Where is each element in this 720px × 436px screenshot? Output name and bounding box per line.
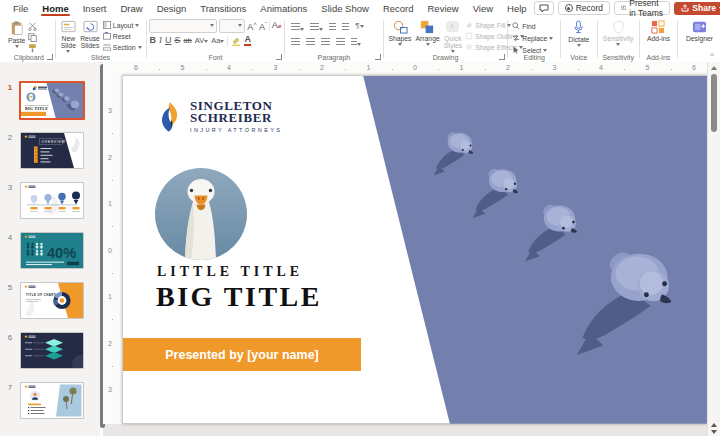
quick-styles-button[interactable]: A Quick Styles — [442, 19, 465, 54]
thumbnail-row-1[interactable]: 1 LITTLE TITLE BIG TITLE — [0, 82, 100, 119]
replace-button[interactable]: Replace — [511, 33, 554, 43]
share-button[interactable]: Share — [674, 2, 720, 15]
slide-area-scrollbar[interactable] — [707, 62, 720, 436]
slide-thumbnail-7[interactable] — [20, 382, 84, 419]
scrollbar-thumb[interactable] — [711, 74, 717, 132]
shapes-icon — [393, 20, 408, 34]
slide-thumbnail-2[interactable]: OVERVIEW — [20, 132, 84, 169]
thumbnail-row-4[interactable]: 4 40% — [0, 232, 100, 269]
slide-canvas[interactable]: SINGLETON SCHREIBER INJURY ATTORNEYS — [122, 75, 708, 424]
align-center-button[interactable] — [306, 32, 315, 50]
arrange-button[interactable]: Arrange — [414, 19, 442, 47]
font-name-select[interactable] — [149, 19, 216, 33]
reuse-slides-button[interactable]: Reuse Slides — [78, 19, 102, 50]
font-size-select[interactable] — [219, 19, 245, 33]
tab-insert[interactable]: Insert — [76, 0, 114, 16]
thumbnail-number: 4 — [0, 232, 20, 242]
ribbon-tab-bar: FileHomeInsertDrawDesignTransitionsAnima… — [0, 0, 720, 16]
grow-font-button[interactable]: A˄ — [247, 18, 257, 34]
new-slide-button[interactable]: New Slide — [59, 19, 79, 54]
editing-group-label: Editing — [509, 54, 559, 61]
drawing-group: Shapes Arrange A Quick Styles Shape Fill… — [384, 16, 506, 62]
svg-text:A: A — [450, 23, 455, 30]
shape-outline-icon — [465, 32, 473, 40]
find-button[interactable]: Find — [511, 21, 554, 31]
next-slide-button[interactable] — [711, 430, 717, 434]
thumbnail-row-2[interactable]: 2 OVERVIEW — [0, 132, 100, 169]
drawing-group-label: Drawing — [384, 54, 506, 61]
company-logo[interactable]: SINGLETON SCHREIBER INJURY ATTORNEYS — [157, 100, 282, 133]
slide-thumbnail-4[interactable]: 40% — [20, 232, 84, 269]
tab-slide-show[interactable]: Slide Show — [314, 0, 376, 16]
font-color-button[interactable]: A — [244, 35, 251, 46]
clipboard-dialog-launcher[interactable] — [47, 54, 53, 60]
font-dialog-launcher[interactable] — [276, 54, 282, 60]
highlight-color-button[interactable] — [231, 32, 241, 50]
change-case-button[interactable]: Aa — [211, 34, 224, 47]
comments-button[interactable] — [534, 1, 554, 15]
justify-button[interactable] — [336, 32, 345, 50]
shrink-font-button[interactable]: Aˇ — [259, 18, 267, 34]
text-direction-button[interactable]: ¶ — [355, 21, 363, 30]
tab-home[interactable]: Home — [35, 0, 75, 16]
slides-group: New Slide Reuse Slides Layout Reset Sect… — [57, 16, 145, 62]
slide-thumbnail-5[interactable]: TITLE OF CHART — [20, 282, 84, 319]
shape-fill-icon — [465, 21, 473, 29]
format-painter-button[interactable] — [27, 43, 38, 53]
addins-button[interactable]: Add-ins — [645, 19, 672, 43]
slide-subtitle[interactable]: LITTLE TITLE — [157, 264, 303, 280]
slide-thumbnail-6[interactable] — [20, 332, 84, 369]
clear-formatting-button[interactable]: A⌀ — [272, 19, 282, 33]
duck-photo-circle[interactable] — [155, 168, 247, 260]
present-in-teams-button[interactable]: Present in Teams — [614, 1, 670, 15]
layout-button[interactable]: Layout — [102, 20, 143, 30]
bold-button[interactable]: B — [149, 34, 156, 47]
tab-view[interactable]: View — [466, 0, 500, 16]
tab-help[interactable]: Help — [500, 0, 534, 16]
tab-animations[interactable]: Animations — [253, 0, 314, 16]
paste-button[interactable]: Paste — [6, 19, 27, 49]
slide-thumbnail-1[interactable]: LITTLE TITLE BIG TITLE — [19, 81, 85, 120]
drawing-dialog-launcher[interactable] — [499, 54, 505, 60]
tab-file[interactable]: File — [6, 0, 35, 16]
tab-draw[interactable]: Draw — [113, 0, 149, 16]
slide-thumbnail-panel: 1 LITTLE TITLE BIG TITLE 2 — [0, 62, 100, 436]
text-shadow-button[interactable]: ab — [183, 34, 191, 47]
thumbnail-number: 2 — [0, 132, 20, 142]
slide-title[interactable]: BIG TITLE — [156, 281, 322, 313]
align-left-button[interactable] — [291, 32, 300, 50]
slide-thumbnail-3[interactable] — [20, 182, 84, 219]
collapse-ribbon-button[interactable]: ^ — [710, 51, 714, 60]
paragraph-dialog-launcher[interactable] — [375, 54, 381, 60]
strikethrough-button[interactable]: S — [174, 34, 180, 47]
align-right-button[interactable] — [321, 32, 330, 50]
tab-review[interactable]: Review — [421, 0, 466, 16]
thumbnail-row-5[interactable]: 5 TITLE OF CHART — [0, 282, 100, 319]
record-button[interactable]: Record — [558, 1, 610, 15]
character-spacing-button[interactable]: AV — [195, 34, 208, 47]
tab-record[interactable]: Record — [376, 0, 421, 16]
line-spacing-button[interactable] — [351, 32, 361, 50]
thumbnail-row-6[interactable]: 6 — [0, 332, 100, 369]
tab-design[interactable]: Design — [150, 0, 194, 16]
dictate-button[interactable]: Dictate — [566, 19, 591, 48]
thumbnail-row-3[interactable]: 3 — [0, 182, 100, 219]
decrease-indent-button[interactable] — [329, 17, 336, 35]
font-group: A˄ Aˇ A⌀ B I U S ab AV Aa A — [147, 16, 283, 62]
shapes-button[interactable]: Shapes — [386, 19, 413, 47]
designer-button[interactable]: Designer — [684, 19, 715, 43]
reset-button[interactable]: Reset — [102, 31, 143, 41]
thumbnail-row-7[interactable]: 7 — [0, 382, 100, 419]
thumb1-big-title: BIG TITLE — [25, 106, 48, 111]
italic-button[interactable]: I — [159, 34, 162, 47]
presented-by-banner[interactable]: Presented by [your name] — [123, 338, 361, 371]
tab-transitions[interactable]: Transitions — [193, 0, 253, 16]
scroll-up-arrow[interactable] — [711, 66, 717, 70]
sensitivity-button[interactable]: Sensitivity — [601, 19, 636, 47]
section-button[interactable]: Section — [102, 42, 143, 52]
thumbnail-number: 1 — [0, 82, 20, 92]
cut-button[interactable] — [27, 21, 38, 31]
previous-slide-button[interactable] — [711, 423, 717, 427]
copy-button[interactable] — [27, 32, 38, 42]
underline-button[interactable]: U — [165, 34, 172, 47]
